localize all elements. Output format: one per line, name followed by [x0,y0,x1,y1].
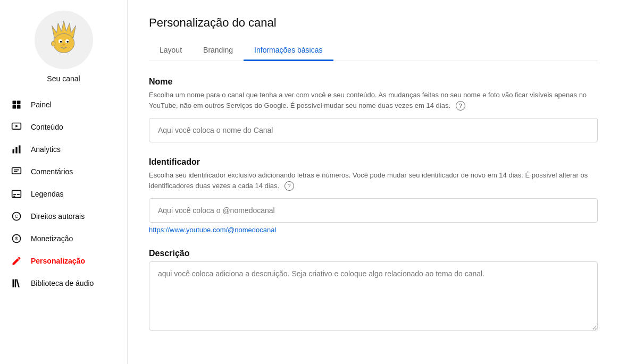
channel-name-label: Seu canal [47,74,80,83]
svg-rect-17 [12,168,21,174]
tab-informacoes[interactable]: Informações básicas [244,40,333,61]
svg-rect-11 [17,105,21,109]
comments-icon [11,166,22,177]
sidebar: Seu canal Painel Conteúdo Analytics Come… [0,0,128,364]
sidebar-label-analytics: Analytics [31,145,61,154]
dashboard-icon [11,99,22,111]
svg-text:C: C [15,214,18,219]
identificador-input[interactable] [149,198,598,223]
analytics-icon [11,143,22,155]
section-identificador-desc: Escolha seu identificador exclusivo adic… [149,170,598,191]
sidebar-item-biblioteca[interactable]: Biblioteca de áudio [0,272,127,294]
monetization-icon: $ [11,233,22,244]
svg-point-5 [66,41,69,43]
tab-branding[interactable]: Branding [193,40,244,61]
svg-rect-15 [15,147,17,154]
sidebar-label-personalizacao: Personalização [31,257,85,265]
svg-marker-13 [15,125,18,128]
identificador-url-hint: https://www.youtube.com/@nomedocanal [149,226,598,234]
sidebar-label-conteudo: Conteúdo [31,123,63,131]
tab-bar: Layout Branding Informações básicas [149,40,598,61]
library-icon [11,277,22,289]
svg-rect-14 [13,149,14,154]
sidebar-item-analytics[interactable]: Analytics [0,138,127,160]
content-icon [11,121,22,133]
svg-rect-28 [13,280,14,287]
svg-point-4 [60,41,62,43]
main-content: Personalização do canal Layout Branding … [128,0,619,364]
personalization-icon [11,255,22,267]
svg-rect-8 [13,101,16,105]
svg-text:$: $ [15,236,18,241]
nome-help-icon[interactable]: ? [456,101,465,111]
sidebar-label-comentarios: Comentários [31,167,73,176]
subtitles-icon [11,188,22,200]
sidebar-item-painel[interactable]: Painel [0,94,127,116]
avatar-image [40,16,88,64]
copyright-icon: C [11,210,22,222]
identificador-help-icon[interactable]: ? [285,181,294,191]
sidebar-item-comentarios[interactable]: Comentários [0,160,127,183]
svg-rect-9 [17,101,21,105]
descricao-textarea[interactable] [149,261,598,331]
sidebar-item-direitos[interactable]: C Direitos autorais [0,205,127,227]
sidebar-label-painel: Painel [31,100,52,109]
sidebar-item-monetizacao[interactable]: $ Monetização [0,227,127,250]
sidebar-label-biblioteca: Biblioteca de áudio [31,279,94,287]
section-nome-desc: Escolha um nome para o canal que tenha a… [149,90,598,111]
sidebar-item-conteudo[interactable]: Conteúdo [0,116,127,138]
sidebar-label-direitos: Direitos autorais [31,212,85,221]
sidebar-label-legendas: Legendas [31,190,64,198]
section-identificador-title: Identificador [149,157,598,167]
svg-rect-29 [15,280,16,287]
channel-avatar [35,11,93,69]
section-descricao-title: Descrição [149,249,598,258]
sidebar-item-legendas[interactable]: Legendas [0,183,127,205]
section-descricao: Descrição [149,249,598,333]
section-identificador: Identificador Escolha seu identificador … [149,157,598,234]
svg-point-7 [51,41,55,46]
section-nome: Nome Escolha um nome para o canal que te… [149,77,598,142]
svg-rect-16 [19,146,20,154]
svg-point-6 [62,44,65,46]
svg-rect-10 [13,105,16,109]
nav-list: Painel Conteúdo Analytics Comentários Le [0,94,127,294]
sidebar-item-personalizacao[interactable]: Personalização [0,250,127,272]
section-nome-title: Nome [149,77,598,87]
sidebar-label-monetizacao: Monetização [31,234,73,243]
page-title: Personalização do canal [149,16,598,30]
tab-layout[interactable]: Layout [149,40,193,61]
svg-point-1 [53,33,74,53]
svg-rect-20 [12,190,21,197]
nome-input[interactable] [149,118,598,142]
